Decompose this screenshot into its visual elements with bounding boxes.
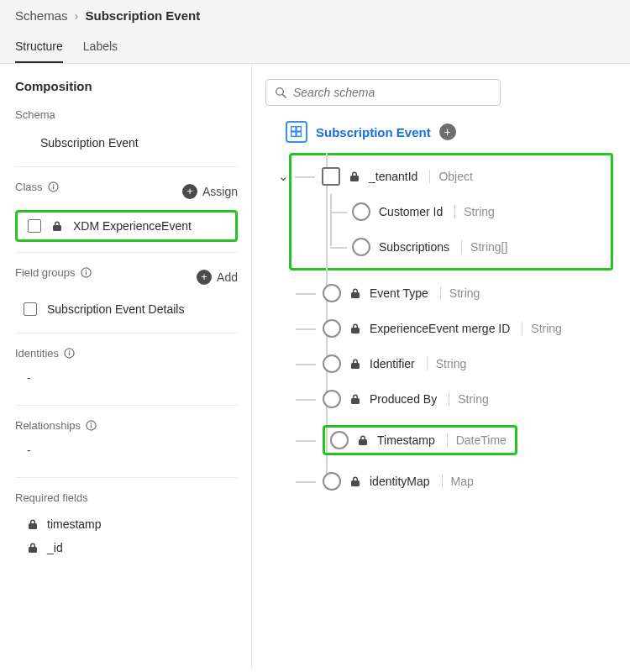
breadcrumb-root[interactable]: Schemas — [15, 8, 68, 23]
field-type-text: Map — [442, 475, 474, 488]
field-marker-icon — [323, 390, 341, 408]
info-icon[interactable] — [86, 420, 97, 431]
field-type-text: String — [440, 286, 480, 300]
schema-field[interactable]: identityMapMap — [296, 464, 617, 499]
square-icon — [28, 219, 41, 233]
field-marker-icon — [323, 472, 341, 491]
schema-field[interactable]: Subscriptions String[] — [330, 229, 604, 265]
info-icon[interactable] — [64, 348, 75, 359]
schema-section-label: Schema — [15, 108, 238, 121]
class-item[interactable]: XDM ExperienceEvent — [24, 216, 228, 236]
lock-icon — [349, 358, 361, 370]
schema-field[interactable]: ExperienceEvent merge IDString — [296, 311, 617, 346]
assign-class-button[interactable]: + Assign — [182, 184, 238, 199]
schema-field[interactable]: IdentifierString — [296, 346, 617, 381]
field-marker-icon — [352, 238, 370, 256]
square-icon — [24, 302, 37, 316]
lock-icon — [349, 393, 361, 405]
field-type-text: Object — [429, 170, 472, 183]
divider — [15, 477, 238, 478]
lock-icon — [349, 475, 361, 487]
field-type-text: String — [449, 392, 489, 406]
tab-labels[interactable]: Labels — [83, 33, 118, 63]
field-name-text: Event Type — [370, 286, 428, 300]
add-fieldgroup-button[interactable]: + Add — [197, 270, 238, 285]
schema-name-item[interactable]: Subscription Event — [15, 129, 238, 156]
field-name-text: Produced By — [370, 392, 437, 406]
identities-section-label: Identities — [15, 347, 238, 360]
add-field-button[interactable]: + — [439, 123, 456, 140]
field-name-text: _tenantId — [369, 170, 417, 183]
schema-field[interactable]: Produced ByString — [296, 381, 617, 417]
divider — [15, 333, 238, 333]
schema-root-name[interactable]: Subscription Event — [316, 125, 431, 139]
breadcrumb-current: Subscription Event — [86, 8, 201, 23]
field-type-text: String[] — [461, 240, 507, 254]
field-marker-icon — [323, 354, 341, 373]
divider — [15, 405, 238, 406]
divider — [15, 252, 238, 253]
field-type-text: String — [427, 357, 467, 370]
schema-field[interactable]: Event TypeString — [296, 276, 617, 311]
lock-icon — [357, 434, 369, 446]
fieldgroup-item[interactable]: Subscription Event Details — [15, 296, 238, 323]
field-name-text: Identifier — [370, 357, 415, 370]
info-icon[interactable] — [48, 181, 59, 192]
chevron-right-icon: › — [75, 8, 79, 23]
field-name-text: identityMap — [370, 475, 430, 488]
lock-icon — [27, 518, 39, 530]
relationships-section-label: Relationships — [15, 419, 238, 432]
lock-icon — [349, 287, 361, 299]
identities-value: - — [15, 368, 238, 395]
tab-structure[interactable]: Structure — [15, 33, 63, 63]
field-marker-icon — [330, 431, 349, 449]
required-fields-label: Required fields — [15, 491, 238, 504]
field-name-text: Timestamp — [377, 433, 435, 447]
schema-field[interactable]: Customer Id String — [330, 194, 604, 229]
schema-field[interactable]: TimestampDateTime — [296, 417, 617, 464]
field-marker-icon — [323, 284, 341, 302]
schema-canvas: Subscription Event + ⌄ _tenantId Object — [252, 64, 630, 669]
lock-icon — [51, 220, 63, 232]
fieldgroups-section-label: Field groups — [15, 266, 92, 279]
field-marker-icon — [323, 319, 341, 338]
search-icon — [275, 87, 286, 98]
schema-name-text: Subscription Event — [40, 136, 139, 150]
breadcrumb: Schemas › Subscription Event — [15, 8, 615, 33]
field-marker-icon — [352, 202, 370, 221]
info-icon[interactable] — [81, 267, 92, 278]
divider — [15, 166, 238, 167]
field-name-text: Subscriptions — [379, 240, 449, 254]
composition-panel: Composition Schema Subscription Event Cl… — [0, 64, 252, 669]
search-field[interactable] — [265, 79, 501, 106]
required-field-item: timestamp — [15, 512, 238, 536]
lock-icon — [27, 542, 39, 554]
composition-title: Composition — [15, 79, 238, 93]
required-field-item: _id — [15, 536, 238, 559]
tabs: Structure Labels — [15, 33, 615, 63]
relationships-value: - — [15, 440, 238, 467]
structure-icon[interactable] — [286, 121, 307, 143]
plus-icon: + — [197, 270, 212, 285]
field-type-text: String — [454, 205, 495, 218]
object-icon — [322, 167, 340, 186]
search-input[interactable] — [293, 86, 491, 99]
field-type-text: String — [522, 322, 562, 335]
class-name-text: XDM ExperienceEvent — [73, 219, 192, 233]
schema-field-tenant[interactable]: ⌄ _tenantId Object — [295, 159, 604, 194]
plus-icon: + — [182, 184, 197, 199]
chevron-down-icon[interactable]: ⌄ — [276, 167, 291, 186]
lock-icon — [349, 171, 360, 182]
field-name-text: Customer Id — [379, 205, 443, 218]
lock-icon — [349, 323, 361, 334]
class-section-label: Class — [15, 181, 59, 193]
field-name-text: ExperienceEvent merge ID — [370, 322, 510, 335]
fieldgroup-name-text: Subscription Event Details — [47, 302, 184, 316]
field-type-text: DateTime — [447, 433, 507, 447]
